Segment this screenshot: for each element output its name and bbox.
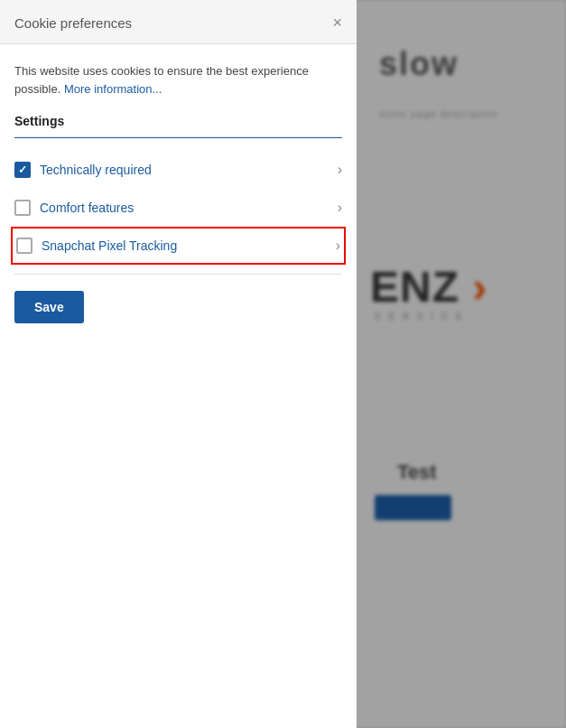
checkbox-comfort-features[interactable] [14, 200, 31, 216]
setting-label-comfort-features: Comfort features [40, 201, 134, 215]
chevron-icon-snapchat-pixel-tracking: › [336, 238, 340, 254]
save-button[interactable]: Save [14, 291, 84, 323]
more-info-link[interactable]: More information... [64, 82, 162, 96]
cookie-dialog: Cookie preferences × This website uses c… [0, 0, 357, 728]
dialog-header: Cookie preferences × [0, 0, 357, 44]
chevron-icon-comfort-features: › [338, 200, 342, 216]
settings-heading: Settings [14, 114, 342, 128]
setting-row-snapchat-pixel-tracking[interactable]: Snapchat Pixel Tracking › [11, 227, 346, 265]
bottom-divider [14, 274, 342, 275]
setting-label-snapchat-pixel-tracking: Snapchat Pixel Tracking [42, 238, 177, 253]
settings-divider [14, 137, 342, 138]
dialog-description: This website uses cookies to ensure the … [14, 62, 342, 98]
close-button[interactable]: × [332, 14, 342, 31]
checkbox-technically-required[interactable] [14, 162, 31, 178]
checkbox-snapchat-pixel-tracking[interactable] [16, 238, 32, 254]
dialog-title: Cookie preferences [14, 15, 132, 31]
setting-row-comfort-features[interactable]: Comfort features › [14, 189, 342, 227]
setting-row-technically-required[interactable]: Technically required › [14, 151, 342, 189]
chevron-icon-technically-required: › [338, 162, 342, 178]
setting-label-technically-required: Technically required [40, 163, 152, 177]
dialog-body: This website uses cookies to ensure the … [0, 44, 357, 728]
